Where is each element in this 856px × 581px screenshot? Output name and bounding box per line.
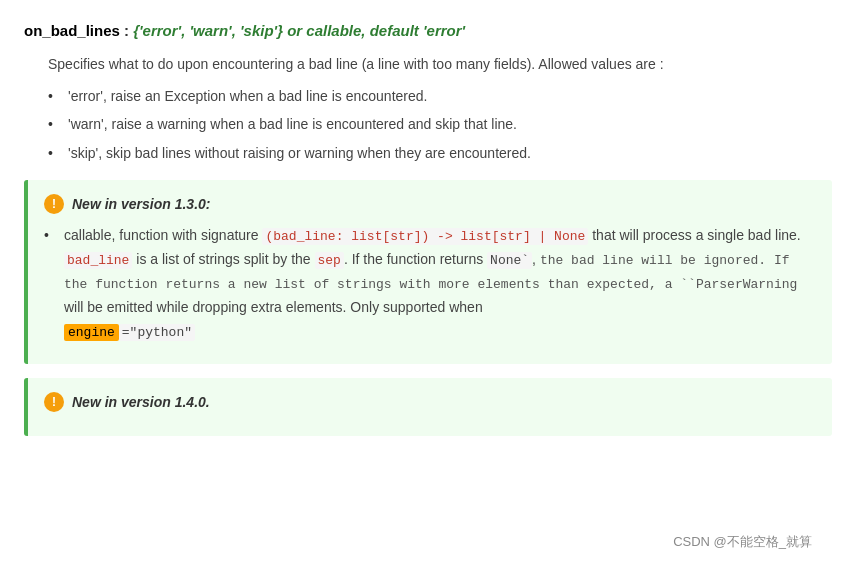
param-description: Specifies what to do upon encountering a… xyxy=(48,53,832,75)
mono-text-2: a new list of strings with more elements… xyxy=(228,277,798,292)
code-signature: (bad_line: list[str]) -> list[str] | Non… xyxy=(262,228,588,245)
info-icon-2: ! xyxy=(44,392,64,412)
param-header: on_bad_lines : {'error', 'warn', 'skip'}… xyxy=(24,20,832,43)
param-name: on_bad_lines xyxy=(24,22,120,39)
list-item: 'warn', raise a warning when a bad line … xyxy=(48,113,832,135)
watermark: CSDN @不能空格_就算 xyxy=(673,533,812,551)
param-values: {'error', 'warn', 'skip'} or callable, d… xyxy=(133,22,465,39)
code-bad-line: bad_line xyxy=(64,252,132,269)
code-sep: sep xyxy=(315,252,344,269)
note-box-1: ! New in version 1.3.0: callable, functi… xyxy=(24,180,832,364)
list-item: 'skip', skip bad lines without raising o… xyxy=(48,142,832,164)
code-none: None` xyxy=(487,252,532,269)
note-title-2: New in version 1.4.0. xyxy=(72,394,210,410)
param-separator: : xyxy=(124,22,133,39)
list-item: callable, function with signature (bad_l… xyxy=(44,224,816,344)
param-bullet-list: 'error', raise an Exception when a bad l… xyxy=(48,85,832,164)
code-python: ="python" xyxy=(119,324,195,341)
page-wrapper: on_bad_lines : {'error', 'warn', 'skip'}… xyxy=(24,20,832,561)
code-engine: engine xyxy=(64,324,119,341)
note-bullet-list-1: callable, function with signature (bad_l… xyxy=(44,224,816,344)
note-header-2: ! New in version 1.4.0. xyxy=(44,392,816,412)
list-item: 'error', raise an Exception when a bad l… xyxy=(48,85,832,107)
note-box-2: ! New in version 1.4.0. xyxy=(24,378,832,436)
note-header-1: ! New in version 1.3.0: xyxy=(44,194,816,214)
note-title-1: New in version 1.3.0: xyxy=(72,196,211,212)
info-icon-1: ! xyxy=(44,194,64,214)
